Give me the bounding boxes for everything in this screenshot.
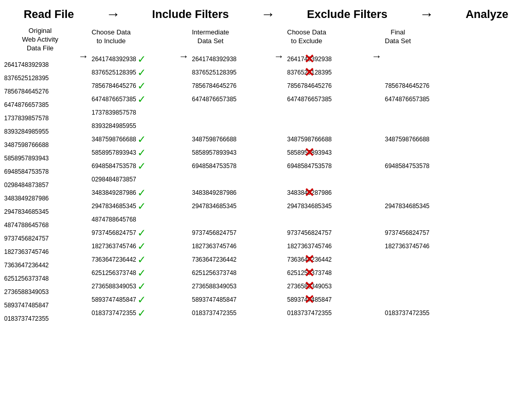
column-include: Choose Datato Include2641748392938✓83765… [92,27,176,320]
include-cell-4: 1737839857578 [92,106,136,119]
include-cell-19: 0183737472355✓ [92,306,146,320]
include-cell-7: 5858957893943✓ [92,146,146,159]
col-header-intermediate: IntermediateData Set [192,27,229,47]
include-cell-8: 6948584753578✓ [92,159,146,173]
stage-headers: Read File → Include Filters → Exclude Fi… [0,0,532,27]
exclude-cell-14: 1827363745746 [287,240,332,253]
stage-include-filters: Include Filters [152,8,229,21]
include-cell-1: 8376525128395✓ [92,66,146,79]
stage-read-file: Read File [24,8,74,21]
orig-cell-12: 4874788645768 [4,218,49,232]
include-cell-6: 3487598766688✓ [92,133,146,146]
include-num-12: 4874788645768 [92,216,136,223]
include-num-7: 5858957893943 [92,149,136,156]
include-num-8: 6948584753578 [92,162,136,170]
include-check-15: ✓ [137,253,146,266]
exclude-x-wrap-18: 5893747485847✕ [287,296,332,303]
exclude-x-wrap-17: 2736588349053✕ [287,283,332,290]
orig-cell-17: 2736588349053 [4,285,49,299]
include-cell-18: 5893747485847✓ [92,293,146,306]
include-num-4: 1737839857578 [92,109,136,116]
inter-cell-8: 6948584753578 [192,159,237,173]
inter-cell-6: 3487598766688 [192,133,237,146]
include-num-10: 3483849287986 [92,189,136,196]
exclude-cell-1: 8376525128395✕ [287,66,332,79]
include-num-2: 7856784645276 [92,82,136,89]
include-num-0: 2641748392938 [92,56,136,63]
include-check-3: ✓ [137,93,146,105]
include-cell-5: 8393284985955 [92,119,136,133]
include-cell-15: 7363647236442✓ [92,253,146,266]
orig-cell-2: 7856784645276 [4,85,49,98]
inter-cell-7: 5858957893943 [192,146,237,159]
include-check-17: ✓ [137,280,146,292]
include-cell-11: 2947834685345✓ [92,199,146,213]
col-arrow-1: → [176,50,192,62]
include-check-2: ✓ [137,80,146,92]
include-check-1: ✓ [137,66,146,79]
col-header-final: FinalData Set [385,27,411,47]
include-num-19: 0183737472355 [92,309,136,317]
column-final: FinalData Set785678464527664748766573853… [385,27,457,320]
exclude-num-19: 0183737472355 [287,309,332,317]
column-intermediate: IntermediateData Set26417483929388376525… [192,27,272,320]
include-num-6: 3487598766688 [92,136,136,143]
include-check-11: ✓ [137,200,146,212]
exclude-cell-19: 0183737472355 [287,306,332,320]
orig-cell-7: 5858957893943 [4,152,49,165]
exclude-cell-15: 7363647236442✕ [287,253,332,266]
data-columns-area: OriginalWeb ActivityData File26417483929… [0,27,532,325]
orig-cell-10: 3483849287986 [4,192,49,205]
exclude-num-18: 5893747485847 [287,296,332,303]
include-cell-10: 3483849287986✓ [92,186,146,199]
include-check-16: ✓ [137,267,146,279]
stage-analyze: Analyze [466,8,508,21]
include-check-19: ✓ [137,307,146,319]
exclude-x-wrap-10: 3483849287986✕ [287,189,332,196]
include-cell-12: 4874788645768 [92,213,136,226]
exclude-num-0: 2641748392938 [287,56,332,63]
exclude-num-3: 6474876657385 [287,96,332,103]
include-cell-16: 6251256373748✓ [92,266,146,280]
column-original: OriginalWeb ActivityData File26417483929… [4,27,76,325]
final-cell-11: 2947834685345 [385,199,430,213]
orig-cell-18: 5893747485847 [4,299,49,312]
inter-cell-2: 7856784645276 [192,79,237,93]
exclude-cell-6: 3487598766688 [287,133,332,146]
col-arrow-2: → [272,50,287,62]
orig-cell-11: 2947834685345 [4,205,49,218]
stage-analyze-label: Analyze [466,8,508,21]
exclude-x-wrap-15: 7363647236442✕ [287,256,332,263]
orig-cell-16: 6251256373748 [4,272,49,285]
include-num-3: 6474876657385 [92,96,136,103]
exclude-cell-2: 7856784645276 [287,79,332,93]
include-num-17: 2736588349053 [92,283,136,290]
col-header-exclude: Choose Datato Exclude [287,27,326,47]
orig-cell-5: 8393284985955 [4,125,49,138]
include-check-13: ✓ [137,227,146,239]
include-cell-17: 2736588349053✓ [92,280,146,293]
orig-cell-0: 2641748392938 [4,58,49,71]
include-num-18: 5893747485847 [92,296,136,303]
col-header-original: OriginalWeb ActivityData File [4,27,76,53]
inter-cell-10: 3483849287986 [192,186,237,199]
exclude-cell-7: 5858957893943✕ [287,146,332,159]
exclude-x-wrap-1: 8376525128395✕ [287,69,332,76]
stage-exclude-filters: Exclude Filters [307,8,388,21]
exclude-num-13: 9737456824757 [287,229,332,236]
include-check-8: ✓ [137,160,146,172]
inter-cell-13: 9737456824757 [192,226,237,240]
exclude-num-2: 7856784645276 [287,82,332,89]
final-cell-14: 1827363745746 [385,240,430,253]
final-cell-19: 0183737472355 [385,306,430,320]
inter-cell-17: 2736588349053 [192,280,237,293]
arrow2: → [261,6,275,23]
include-num-5: 8393284985955 [92,122,136,130]
include-check-7: ✓ [137,146,146,159]
inter-cell-19: 0183737472355 [192,306,237,320]
orig-cell-14: 1827363745746 [4,245,49,259]
inter-cell-3: 6474876657385 [192,93,237,106]
inter-cell-15: 7363647236442 [192,253,237,266]
inter-cell-16: 6251256373748 [192,266,237,280]
exclude-cell-17: 2736588349053✕ [287,280,332,293]
